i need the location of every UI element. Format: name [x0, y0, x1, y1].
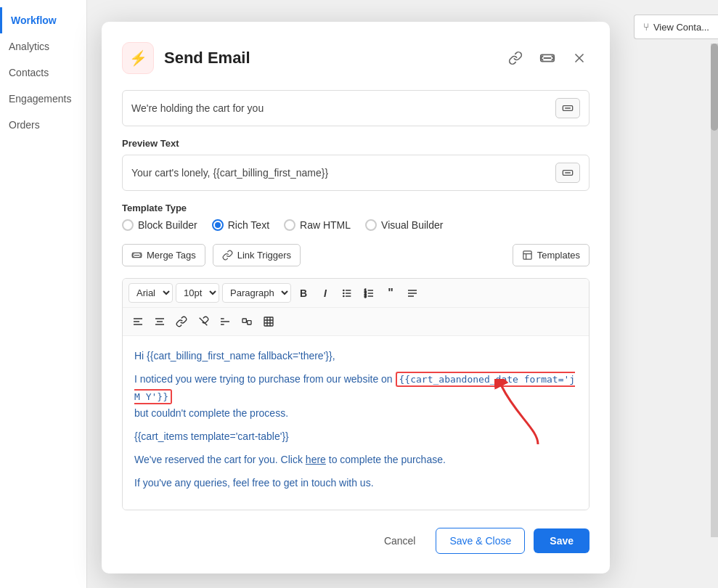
- merge-tags-icon[interactable]: [537, 48, 558, 68]
- editor-line-1: Hi {{cart_billing_first_name fallback='t…: [134, 348, 577, 365]
- link-icon[interactable]: [505, 48, 526, 68]
- unordered-list-button[interactable]: [338, 284, 356, 303]
- preview-merge-tags-button[interactable]: [555, 163, 580, 183]
- blockquote-button[interactable]: ": [381, 284, 400, 303]
- radio-circle-rich-text: [212, 219, 224, 231]
- editor-toolbar-top: Arial 10pt Paragraph B I 123 ": [123, 279, 589, 308]
- sidebar-label-contacts: Contacts: [9, 67, 49, 78]
- sidebar-item-workflow[interactable]: Workflow: [0, 7, 86, 33]
- editor-line-4: We've reserved the cart for you. Click h…: [134, 452, 577, 469]
- svg-point-12: [343, 295, 344, 296]
- preview-text-label: Preview Text: [122, 138, 590, 149]
- templates-label: Templates: [537, 250, 580, 261]
- bold-button[interactable]: B: [294, 284, 313, 303]
- sidebar-item-analytics[interactable]: Analytics: [0, 33, 86, 60]
- editor-line-2: I noticed you were trying to purchase fr…: [134, 371, 577, 422]
- modal-icon-wrapper: ⚡: [122, 42, 154, 74]
- merge-tags-button[interactable]: Merge Tags: [122, 244, 205, 266]
- sidebar-item-contacts[interactable]: Contacts: [0, 60, 86, 86]
- svg-rect-32: [242, 319, 246, 322]
- table-button[interactable]: [259, 312, 278, 331]
- radio-label-rich-text: Rich Text: [228, 219, 269, 231]
- radio-circle-block-builder: [122, 219, 134, 231]
- modal-header-icons: [505, 48, 590, 68]
- link-triggers-label: Link Triggers: [237, 250, 291, 261]
- radio-circle-visual-builder: [365, 219, 377, 231]
- toolbar-row: Merge Tags Link Triggers Templates: [122, 244, 590, 266]
- editor-content[interactable]: Hi {{cart_billing_first_name fallback='t…: [123, 336, 589, 510]
- sidebar-label-analytics: Analytics: [9, 41, 49, 52]
- modal-footer: Cancel Save & Close Save: [122, 525, 590, 554]
- highlighted-merge-tag: {{cart_abandoned_date format='j M Y'}}: [134, 372, 575, 404]
- italic-button[interactable]: I: [316, 284, 335, 303]
- radio-label-visual-builder: Visual Builder: [381, 219, 443, 231]
- modal-title: Send Email: [164, 49, 495, 68]
- template-type-label: Template Type: [122, 203, 590, 213]
- sidebar-label-orders: Orders: [9, 119, 40, 131]
- radio-block-builder[interactable]: Block Builder: [122, 219, 197, 231]
- sidebar-item-orders[interactable]: Orders: [0, 112, 86, 138]
- align-left-button[interactable]: [128, 312, 147, 331]
- subject-merge-tags-button[interactable]: [555, 98, 580, 118]
- svg-rect-33: [248, 321, 251, 324]
- svg-rect-6: [523, 251, 531, 259]
- preview-text-input-row: [122, 155, 590, 191]
- save-button[interactable]: Save: [534, 528, 590, 553]
- radio-circle-raw-html: [284, 219, 295, 231]
- editor-toolbar-bottom: [123, 308, 589, 336]
- align-center-button[interactable]: [150, 312, 169, 331]
- subject-input-row: [122, 90, 590, 126]
- fork-icon: ⑂: [643, 21, 649, 33]
- font-family-select[interactable]: Arial: [128, 283, 173, 303]
- radio-visual-builder[interactable]: Visual Builder: [365, 219, 443, 231]
- cancel-button[interactable]: Cancel: [372, 528, 428, 553]
- view-contacts-button[interactable]: ⑂ View Conta...: [634, 15, 718, 39]
- special-chars-button[interactable]: [237, 312, 256, 331]
- svg-rect-34: [264, 317, 273, 326]
- subject-input[interactable]: [131, 102, 555, 114]
- lightning-icon: ⚡: [129, 49, 147, 67]
- link-insert-button[interactable]: [172, 312, 191, 331]
- preview-text-input[interactable]: [131, 167, 555, 179]
- font-size-select[interactable]: 10pt: [176, 283, 219, 303]
- paragraph-select[interactable]: Paragraph: [222, 283, 291, 303]
- scrollbar-track[interactable]: [711, 44, 718, 537]
- align-button[interactable]: [403, 284, 422, 303]
- editor-line-3: {{cart_items template='cart-table'}}: [134, 428, 577, 446]
- editor-line-5: If you've any queries, feel free to get …: [134, 475, 577, 492]
- view-contacts-label: View Conta...: [653, 22, 709, 33]
- main-area: ⑂ View Conta... ⚡ Send Email: [87, 0, 718, 588]
- template-type-row: Block Builder Rich Text Raw HTML Visual …: [122, 219, 590, 231]
- save-close-button[interactable]: Save & Close: [436, 528, 525, 554]
- sidebar-label-engagements: Engagements: [9, 93, 71, 105]
- link-triggers-button[interactable]: Link Triggers: [213, 244, 301, 266]
- sidebar-item-engagements[interactable]: Engagements: [0, 86, 86, 112]
- radio-label-block-builder: Block Builder: [138, 219, 197, 231]
- scrollbar-thumb[interactable]: [711, 44, 718, 131]
- svg-text:3: 3: [364, 295, 367, 298]
- radio-label-raw-html: Raw HTML: [300, 219, 351, 231]
- radio-rich-text[interactable]: Rich Text: [212, 219, 269, 231]
- svg-point-11: [343, 293, 344, 293]
- editor-container: Arial 10pt Paragraph B I 123 ": [122, 278, 590, 510]
- sidebar: Workflow Analytics Contacts Engagements …: [0, 0, 87, 588]
- templates-button[interactable]: Templates: [513, 244, 590, 266]
- merge-tags-label: Merge Tags: [147, 250, 196, 261]
- modal-header: ⚡ Send Email: [122, 42, 590, 74]
- divider-button[interactable]: [216, 312, 234, 331]
- radio-raw-html[interactable]: Raw HTML: [284, 219, 351, 231]
- ordered-list-button[interactable]: 123: [359, 284, 378, 303]
- unlink-button[interactable]: [194, 312, 213, 331]
- svg-line-28: [200, 318, 208, 326]
- sidebar-label-workflow: Workflow: [11, 15, 57, 26]
- send-email-modal: ⚡ Send Email Preview Text: [102, 22, 610, 573]
- svg-point-10: [343, 290, 344, 290]
- close-icon[interactable]: [569, 48, 590, 68]
